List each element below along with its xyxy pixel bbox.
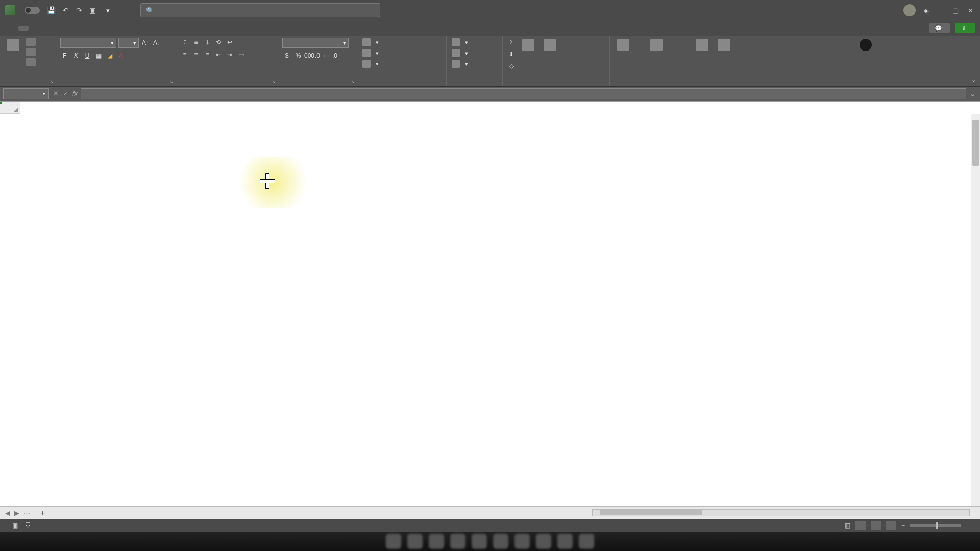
font-name-combo[interactable]: ▾ — [60, 38, 116, 48]
maximize-button[interactable]: ▢ — [952, 7, 960, 14]
delete-cells-button[interactable]: ▾ — [451, 48, 469, 58]
align-top-icon[interactable]: ⤴ — [180, 38, 189, 47]
taskbar-icon[interactable] — [472, 534, 487, 549]
taskbar-icon[interactable] — [407, 534, 423, 549]
fx-icon[interactable]: fx — [72, 90, 78, 97]
insert-cells-button[interactable]: ▾ — [451, 38, 469, 47]
font-color-icon[interactable]: A — [116, 51, 126, 60]
taskbar-icon[interactable] — [386, 534, 401, 549]
data-analysis-button[interactable] — [647, 38, 666, 54]
alignment-launcher-icon[interactable]: ↘ — [272, 79, 276, 84]
format-painter-icon[interactable] — [26, 58, 36, 66]
increase-decimal-icon[interactable]: .0→ — [316, 51, 325, 60]
number-format-combo[interactable]: ▾ — [282, 38, 349, 48]
add-sheet-button[interactable]: + — [35, 509, 50, 518]
tab-file[interactable] — [6, 26, 16, 31]
find-select-button[interactable] — [541, 38, 559, 54]
cancel-formula-icon[interactable]: ✕ — [53, 90, 59, 97]
underline-icon[interactable]: U — [83, 51, 92, 60]
horizontal-scrollbar[interactable] — [592, 509, 970, 516]
conditional-formatting-button[interactable]: ▾ — [361, 38, 380, 47]
redo-icon[interactable]: ↷ — [76, 6, 82, 14]
cell-styles-button[interactable]: ▾ — [361, 59, 380, 68]
merge-icon[interactable]: ▭ — [236, 50, 246, 59]
number-launcher-icon[interactable]: ↘ — [351, 79, 355, 84]
tab-review[interactable] — [80, 26, 90, 31]
border-icon[interactable]: ▦ — [94, 51, 103, 60]
addins-button[interactable] — [614, 38, 632, 54]
hscroll-thumb[interactable] — [600, 510, 702, 515]
taskbar-icon[interactable] — [514, 534, 530, 549]
align-bottom-icon[interactable]: ⤵ — [203, 38, 212, 47]
zoom-out-icon[interactable]: − — [901, 522, 905, 529]
align-center-icon[interactable]: ≡ — [191, 50, 201, 59]
taskbar-icon[interactable] — [493, 534, 508, 549]
tab-insert[interactable] — [31, 26, 41, 31]
percent-icon[interactable]: % — [293, 51, 303, 60]
enter-formula-icon[interactable]: ✓ — [63, 90, 68, 97]
search-box[interactable]: 🔍 — [140, 3, 380, 17]
tab-data[interactable] — [67, 26, 78, 31]
sheet-nav-next-icon[interactable]: ▶ — [14, 509, 19, 517]
page-layout-view-icon[interactable] — [871, 521, 881, 530]
sort-filter-button[interactable] — [519, 38, 537, 54]
font-launcher-icon[interactable]: ↘ — [169, 79, 174, 84]
undo-icon[interactable]: ↶ — [63, 6, 69, 14]
scrollbar-thumb[interactable] — [972, 120, 979, 166]
zoom-slider[interactable] — [910, 524, 961, 527]
select-all-corner[interactable] — [0, 102, 20, 114]
share-button[interactable]: ⇪ — [955, 23, 975, 33]
collapse-ribbon-icon[interactable]: ⌄ — [971, 77, 976, 83]
align-middle-icon[interactable]: ≡ — [191, 38, 201, 47]
clipboard-launcher-icon[interactable]: ↘ — [50, 79, 54, 84]
accounting-icon[interactable]: $ — [282, 51, 291, 60]
orientation-icon[interactable]: ⟲ — [214, 38, 223, 47]
clear-icon[interactable]: ◇ — [507, 61, 516, 70]
italic-icon[interactable]: K — [71, 51, 81, 60]
camera-icon[interactable]: ▣ — [89, 6, 96, 14]
sheet-nav-prev-icon[interactable]: ◀ — [5, 509, 10, 517]
align-left-icon[interactable]: ≡ — [180, 50, 189, 59]
decrease-font-icon[interactable]: A↓ — [152, 38, 161, 47]
avatar[interactable] — [903, 4, 916, 16]
taskbar-icon[interactable] — [429, 534, 444, 549]
vertical-scrollbar[interactable] — [971, 114, 980, 506]
taskbar-icon[interactable] — [579, 534, 594, 549]
autosave-toggle[interactable] — [20, 7, 40, 14]
tab-formulas[interactable] — [55, 26, 65, 31]
formula-bar[interactable] — [81, 88, 966, 99]
name-box[interactable]: ▾ — [3, 88, 49, 99]
align-right-icon[interactable]: ≡ — [203, 50, 212, 59]
chatgpt-button[interactable] — [856, 38, 875, 54]
expand-formula-icon[interactable]: ⌄ — [969, 89, 976, 98]
fill-icon[interactable]: ⬇ — [507, 49, 516, 59]
tab-home[interactable] — [18, 26, 29, 31]
copy-icon[interactable] — [26, 48, 36, 56]
tab-developer[interactable] — [104, 26, 114, 31]
comma-icon[interactable]: 000 — [305, 51, 314, 60]
sheet-nav-more-icon[interactable]: ⋯ — [23, 509, 30, 517]
wrap-text-icon[interactable]: ↩ — [225, 38, 234, 47]
paste-button[interactable] — [4, 38, 22, 54]
cut-icon[interactable] — [26, 38, 36, 46]
close-button[interactable]: ✕ — [968, 7, 975, 14]
increase-font-icon[interactable]: A↑ — [141, 38, 150, 47]
tab-acrobat[interactable] — [129, 26, 139, 31]
zoom-in-icon[interactable]: + — [966, 522, 970, 529]
tab-view[interactable] — [92, 26, 102, 31]
tab-help[interactable] — [116, 26, 127, 31]
minimize-button[interactable]: — — [937, 7, 944, 14]
worksheet-grid[interactable] — [0, 101, 980, 506]
windows-taskbar[interactable] — [0, 532, 980, 551]
format-as-table-button[interactable]: ▾ — [361, 48, 380, 58]
save-icon[interactable]: 💾 — [47, 6, 56, 14]
format-cells-button[interactable]: ▾ — [451, 59, 469, 68]
normal-view-icon[interactable] — [855, 521, 866, 530]
decrease-indent-icon[interactable]: ⇤ — [214, 50, 223, 59]
fill-color-icon[interactable]: ◢ — [105, 51, 114, 60]
workbook-filename[interactable]: ▾ — [106, 7, 110, 14]
comments-button[interactable]: 💬 — [929, 23, 950, 33]
increase-indent-icon[interactable]: ⇥ — [225, 50, 234, 59]
page-break-view-icon[interactable] — [886, 521, 896, 530]
taskbar-icon[interactable] — [557, 534, 573, 549]
